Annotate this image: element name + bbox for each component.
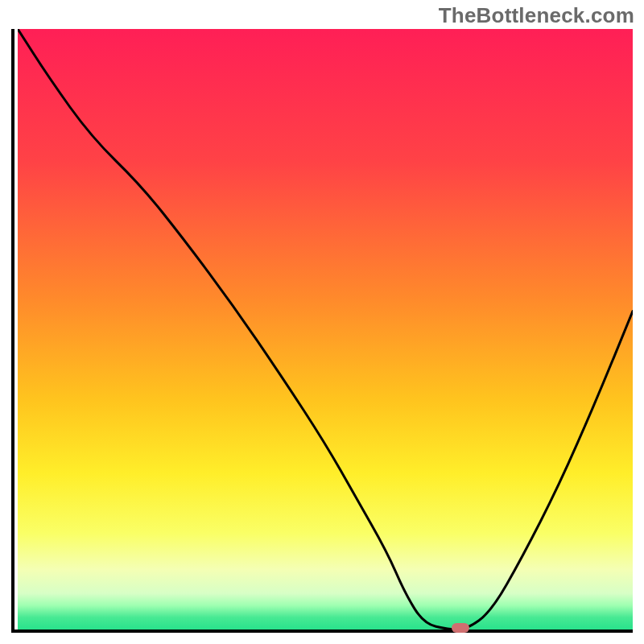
chart-container: TheBottleneck.com [0,0,644,644]
optimal-marker [452,623,469,633]
bottleneck-curve [18,29,633,630]
plot-area [18,29,633,630]
watermark-text: TheBottleneck.com [439,3,634,28]
axes-frame [11,29,633,633]
